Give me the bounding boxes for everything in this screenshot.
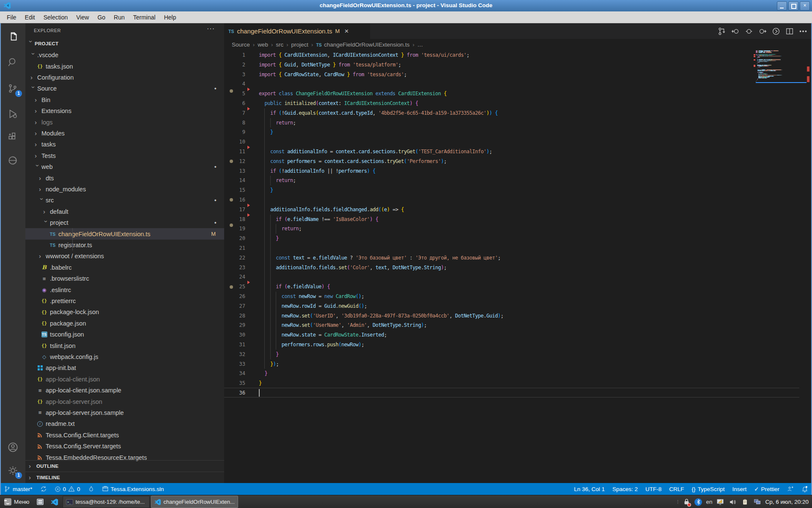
tree-item-changefieldorrowuiextension-ts[interactable]: TSchangeFieldOrRowUIExtension.tsM (25, 228, 224, 239)
tree-item-package-lock-json[interactable]: {}package-lock.json (25, 306, 224, 318)
menu-run[interactable]: Run (110, 11, 129, 23)
code-line[interactable]: 1import { CardUIExtension, ICardUIExtens… (224, 50, 812, 60)
search-icon[interactable] (0, 51, 25, 73)
code-line[interactable]: 33 }); (224, 359, 812, 369)
settings-gear-icon[interactable]: 1 (0, 459, 25, 481)
volume-icon[interactable] (728, 498, 737, 506)
source-control-icon[interactable]: 1 (0, 77, 25, 99)
code-line[interactable]: 21 (224, 243, 812, 253)
section-outline[interactable]: ›OUTLINE (25, 460, 224, 472)
tree-item--vscode[interactable]: ›.vscode (25, 50, 224, 61)
indentation[interactable]: Spaces: 2 (609, 483, 642, 495)
tree-item--eslintrc[interactable]: ◉.eslintrc (25, 284, 224, 295)
code-line[interactable]: 2import { Guid, DotNetType } from 'tessa… (224, 60, 812, 70)
code-line[interactable]: 16 (224, 195, 812, 205)
code-line[interactable]: 30 newRow.state = CardRowState.Inserted; (224, 330, 812, 340)
breadcrumb-item[interactable]: web (258, 41, 268, 48)
code-line[interactable]: 20 } (224, 234, 812, 243)
tree-item-tsconfig-json[interactable]: TStsconfig.json (25, 329, 224, 340)
code-line[interactable]: 12 const performers = context.card.secti… (224, 157, 812, 166)
tree-item--prettierrc[interactable]: {}.prettierrc (25, 295, 224, 306)
file-manager-launcher[interactable] (34, 496, 47, 508)
taskbar-window-terminal[interactable]: >_tessa@host-129: /home/te... (63, 496, 150, 508)
cursor-position[interactable]: Ln 36, Col 1 (570, 483, 609, 495)
split-editor-icon[interactable] (785, 27, 794, 36)
menu-file[interactable]: File (3, 11, 21, 23)
tree-item-registrator-ts[interactable]: TSregistrator.ts (25, 240, 224, 251)
tree-item-app-local-server-json[interactable]: {}app-local-server.json (25, 396, 224, 407)
tree-item-readme-txt[interactable]: ireadme.txt (25, 418, 224, 429)
menu-selection[interactable]: Selection (39, 11, 72, 23)
explorer-more-actions[interactable]: ··· (207, 25, 215, 33)
close-button[interactable]: × (800, 1, 810, 11)
tree-item-app-local-client-json[interactable]: {}app-local-client.json (25, 374, 224, 385)
tree-item-node-modules[interactable]: ›node_modules (25, 184, 224, 195)
tree-item-src[interactable]: ›src● (25, 195, 224, 206)
code-line[interactable]: 32 } (224, 350, 812, 359)
extensions-icon[interactable] (0, 126, 25, 148)
code-line[interactable]: 23 additionalInfo.fields.set('Color', te… (224, 263, 812, 273)
tree-item-tslint-json[interactable]: {}tslint.json (25, 340, 224, 351)
breadcrumb-item[interactable]: src (276, 41, 283, 48)
run-timer-icon[interactable] (771, 27, 781, 36)
clipboard-icon[interactable] (741, 498, 749, 506)
notifications-item[interactable] (798, 483, 812, 495)
tree-item-source[interactable]: ›Source● (25, 83, 224, 94)
applications-menu-button[interactable]: Меню (1, 496, 33, 508)
account-icon[interactable] (0, 436, 25, 458)
menu-view[interactable]: View (72, 11, 93, 23)
code-line[interactable]: 17 additionalInfo.fields.fieldChanged.ad… (224, 205, 812, 215)
menu-go[interactable]: Go (93, 11, 110, 23)
code-line[interactable]: 24 (224, 272, 812, 282)
maximize-button[interactable] (788, 1, 798, 11)
nav-forward-icon[interactable] (758, 27, 767, 36)
code-line[interactable]: 15 } (224, 185, 812, 195)
problems-item[interactable]: 0 0 (51, 483, 84, 495)
tree-item-logs[interactable]: ›logs (25, 116, 224, 127)
open-changes-icon[interactable] (717, 27, 727, 36)
code-line[interactable]: 35} (224, 378, 812, 388)
code-line[interactable]: 4 (224, 79, 812, 89)
nav-back-icon[interactable] (731, 27, 740, 36)
tree-item--babelrc[interactable]: B.babelrc (25, 262, 224, 273)
browser-preview-icon[interactable] (0, 149, 25, 171)
breakpoint-dot[interactable] (230, 285, 233, 289)
code-line[interactable]: 14 return; (224, 176, 812, 185)
language-mode[interactable]: {} TypeScript (688, 483, 729, 495)
flame-item[interactable] (84, 483, 98, 495)
code-line[interactable]: 19 return; (224, 224, 812, 234)
menu-help[interactable]: Help (160, 11, 181, 23)
tree-item-app-local-server-json-sample[interactable]: ≡app-local-server.json.sample (25, 407, 224, 418)
code-editor[interactable]: 1import { CardUIExtension, ICardUIExtens… (224, 50, 812, 483)
breadcrumb-item[interactable]: project (291, 41, 309, 48)
code-line[interactable]: 28 newRow.set('UserID', '3db19fa0-228a-4… (224, 311, 812, 321)
close-tab-icon[interactable]: × (344, 27, 348, 36)
breadcrumb-item[interactable]: … (417, 41, 423, 48)
encoding[interactable]: UTF-8 (642, 483, 665, 495)
minimap[interactable] (756, 50, 807, 84)
tree-item-web[interactable]: ›web● (25, 161, 224, 172)
code-line[interactable]: 3import { CardRowState, CardRow } from '… (224, 70, 812, 80)
minimize-button[interactable] (777, 1, 787, 11)
breadcrumb-item[interactable]: changeFieldOrRowUIExtension.ts (324, 41, 410, 48)
tree-item-modules[interactable]: ›Modules (25, 128, 224, 139)
keyboard-layout[interactable]: en (706, 499, 712, 505)
explorer-icon[interactable] (0, 26, 26, 48)
formatter-item[interactable]: ✓ Prettier (750, 483, 783, 495)
code-line[interactable]: 13 if (!additionalInfo || !performers) { (224, 166, 812, 176)
clock[interactable]: Ср, 6 июл, 20:20 (765, 499, 809, 505)
tree-item-tests[interactable]: ›Tests (25, 150, 224, 161)
code-line[interactable]: 34 } (224, 369, 812, 378)
code-line[interactable]: 6 public initialized(context: ICardUIExt… (224, 99, 812, 108)
network-displays-icon[interactable] (753, 498, 761, 506)
code-line[interactable]: 27 newRow.rowId = Guid.newGuid(); (224, 301, 812, 311)
code-line[interactable]: 7 if (!Guid.equals(context.card.typeId, … (224, 108, 812, 118)
tree-item-tasks[interactable]: ›tasks (25, 139, 224, 150)
tree-item-app-init-bat[interactable]: app-init.bat (25, 362, 224, 373)
code-line[interactable]: 31 performers.rows.push(newRow); (224, 340, 812, 350)
breakpoint-dot[interactable] (230, 224, 233, 227)
input-mode[interactable]: Insert (728, 483, 750, 495)
code-line[interactable]: 9 } (224, 127, 812, 137)
tree-item-default[interactable]: ›default (25, 206, 224, 217)
display-settings-icon[interactable] (716, 498, 724, 506)
